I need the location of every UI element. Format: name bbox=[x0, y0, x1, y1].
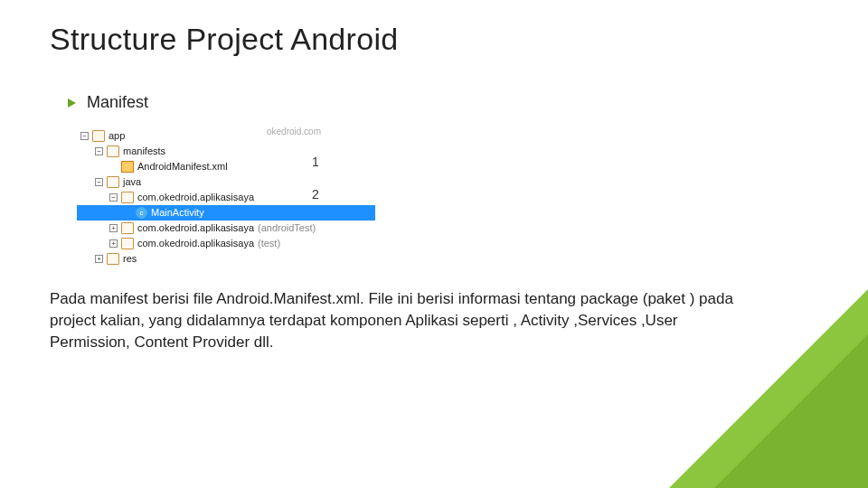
tree-label: java bbox=[123, 174, 141, 190]
tree-label: manifests bbox=[123, 144, 165, 159]
toggle-icon: + bbox=[95, 255, 103, 263]
toggle-icon: − bbox=[80, 132, 89, 140]
toggle-icon bbox=[124, 209, 132, 217]
annotation-2: 2 bbox=[312, 185, 319, 204]
tree-label: AndroidManifest.xml bbox=[137, 159, 228, 174]
toggle-icon: + bbox=[109, 224, 118, 232]
description-paragraph: Pada manifest berisi file Android.Manife… bbox=[50, 288, 755, 352]
folder-icon bbox=[107, 253, 119, 265]
project-tree: okedroid.com − app − manifests AndroidMa… bbox=[77, 128, 375, 267]
tree-label-suffix: (androidTest) bbox=[258, 221, 316, 236]
folder-icon bbox=[92, 130, 105, 142]
class-icon: c bbox=[136, 207, 147, 219]
tree-label: com.okedroid.aplikasisaya bbox=[137, 190, 254, 205]
toggle-icon: − bbox=[95, 147, 103, 155]
tree-row-manifests: − manifests bbox=[77, 144, 375, 159]
folder-icon bbox=[121, 222, 134, 234]
tree-row-app: − app bbox=[77, 128, 375, 144]
slide-title: Structure Project Android bbox=[50, 22, 823, 57]
tree-label: app bbox=[108, 128, 125, 144]
bullet-row: Manifest bbox=[68, 93, 823, 112]
tree-row-androidmanifest: AndroidManifest.xml bbox=[77, 159, 375, 174]
toggle-icon: + bbox=[109, 239, 118, 248]
annotation-1: 1 bbox=[312, 153, 319, 172]
toggle-icon: − bbox=[109, 193, 118, 202]
tree-row-java: − java bbox=[77, 174, 375, 190]
toggle-icon: − bbox=[95, 178, 103, 186]
tree-row-mainactivity: c MainActivity bbox=[77, 205, 375, 221]
bullet-icon bbox=[68, 99, 76, 108]
xml-file-icon bbox=[121, 161, 134, 173]
tree-row-package-test: + com.okedroid.aplikasisaya (test) bbox=[77, 236, 375, 251]
folder-icon bbox=[121, 192, 134, 203]
tree-label: com.okedroid.aplikasisaya bbox=[137, 221, 254, 236]
tree-row-package-main: − com.okedroid.aplikasisaya bbox=[77, 190, 375, 205]
tree-label-suffix: (test) bbox=[258, 236, 280, 251]
tree-label: com.okedroid.aplikasisaya bbox=[137, 236, 254, 251]
tree-label: res bbox=[123, 251, 137, 267]
folder-icon bbox=[121, 238, 134, 249]
watermark: okedroid.com bbox=[267, 125, 321, 138]
tree-row-package-androidtest: + com.okedroid.aplikasisaya (androidTest… bbox=[77, 221, 375, 236]
folder-icon bbox=[107, 176, 119, 188]
tree-row-res: + res bbox=[77, 251, 375, 267]
toggle-icon bbox=[109, 163, 118, 171]
decorative-corner-overlay bbox=[714, 334, 868, 488]
folder-icon bbox=[107, 145, 119, 157]
tree-label: MainActivity bbox=[151, 205, 204, 221]
bullet-text: Manifest bbox=[87, 93, 148, 112]
